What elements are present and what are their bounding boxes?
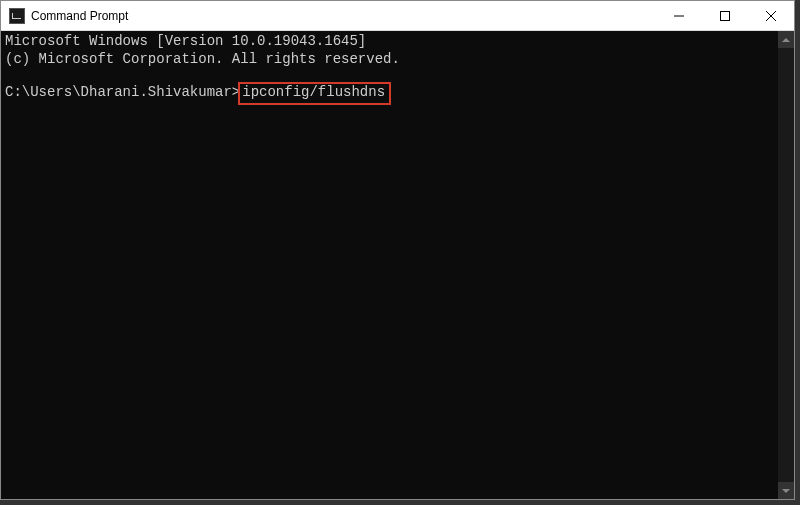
cmd-icon <box>9 8 25 24</box>
window-title: Command Prompt <box>31 9 128 23</box>
window-controls <box>656 1 794 30</box>
version-line: Microsoft Windows [Version 10.0.19043.16… <box>5 33 790 51</box>
scroll-down-button[interactable] <box>778 482 794 499</box>
chevron-up-icon <box>782 38 790 42</box>
minimize-icon <box>674 11 684 21</box>
svg-rect-0 <box>721 11 730 20</box>
scrollbar-track[interactable] <box>778 48 794 482</box>
command-prompt-window: Command Prompt Microsoft Windows [Versio… <box>0 0 795 500</box>
close-button[interactable] <box>748 1 794 30</box>
vertical-scrollbar[interactable] <box>778 31 794 499</box>
minimize-button[interactable] <box>656 1 702 30</box>
scroll-up-button[interactable] <box>778 31 794 48</box>
titlebar[interactable]: Command Prompt <box>1 1 794 31</box>
copyright-line: (c) Microsoft Corporation. All rights re… <box>5 51 790 69</box>
command-highlight: ipconfig/flushdns <box>238 82 391 105</box>
prompt-line: C:\Users\Dharani.Shivakumar>ipconfig/flu… <box>5 82 790 105</box>
prompt-path: C:\Users\Dharani.Shivakumar> <box>5 84 240 100</box>
command-text: ipconfig/flushdns <box>242 84 385 100</box>
maximize-icon <box>720 11 730 21</box>
chevron-down-icon <box>782 489 790 493</box>
terminal-area[interactable]: Microsoft Windows [Version 10.0.19043.16… <box>1 31 794 499</box>
close-icon <box>766 11 776 21</box>
maximize-button[interactable] <box>702 1 748 30</box>
